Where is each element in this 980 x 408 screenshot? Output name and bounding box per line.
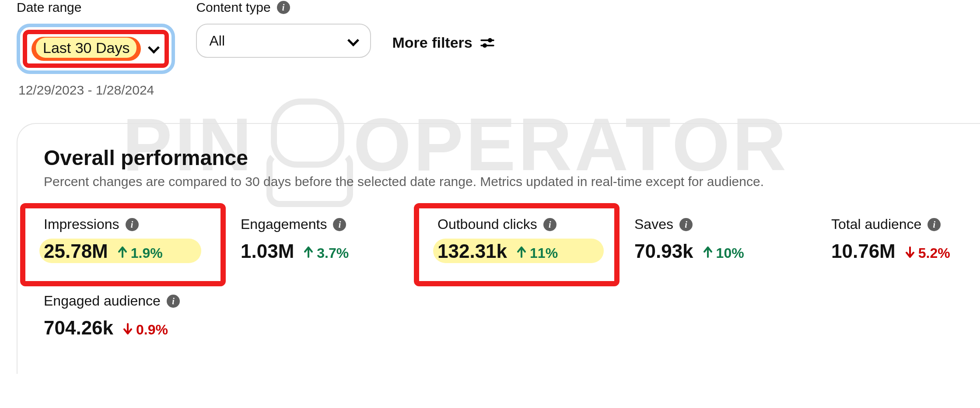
info-icon[interactable]: i xyxy=(679,218,693,231)
panel-subtitle: Percent changes are compared to 30 days … xyxy=(44,174,976,189)
metric-label: Engaged audience i xyxy=(44,293,228,309)
date-range-value: Last 30 Days xyxy=(36,38,136,58)
metric-change: 5.2% xyxy=(905,245,950,261)
metric-value-row: 1.03M 3.7% xyxy=(241,240,424,262)
content-type-filter: Content type i All xyxy=(196,0,371,58)
metric-value: 10.76M xyxy=(831,240,896,262)
overall-performance-panel: Overall performance Percent changes are … xyxy=(17,123,980,374)
info-icon[interactable]: i xyxy=(928,218,941,231)
arrow-up-icon xyxy=(703,245,713,261)
date-range-label: Date range xyxy=(17,0,175,15)
metric-value-row: 70.93k 10% xyxy=(634,240,818,262)
metric-value: 132.31k xyxy=(438,240,507,262)
metric-change: 0.9% xyxy=(123,322,168,338)
metric-engaged_audience[interactable]: Engaged audience i 704.26k 0.9% xyxy=(44,293,228,339)
metric-saves[interactable]: Saves i 70.93k 10% xyxy=(634,216,818,262)
metrics-grid: Impressions i 25.78M 1.9% Engagements i … xyxy=(44,216,976,339)
metric-label: Total audience i xyxy=(831,216,980,232)
metric-value-row: 704.26k 0.9% xyxy=(44,317,228,339)
metric-value-row: 132.31k 11% xyxy=(438,240,621,262)
metric-value: 704.26k xyxy=(44,317,113,339)
arrow-down-icon xyxy=(905,245,915,261)
metric-engagements[interactable]: Engagements i 1.03M 3.7% xyxy=(241,216,424,262)
metric-value: 25.78M xyxy=(44,240,108,262)
metric-outbound_clicks[interactable]: Outbound clicks i 132.31k 11% xyxy=(438,216,621,262)
date-range-select[interactable]: Last 30 Days xyxy=(17,24,175,74)
content-type-value: All xyxy=(209,33,225,49)
info-icon[interactable]: i xyxy=(333,218,346,231)
metric-label: Outbound clicks i xyxy=(438,216,621,232)
panel-title: Overall performance xyxy=(44,146,976,170)
content-type-label: Content type i xyxy=(196,0,371,15)
metric-value: 70.93k xyxy=(634,240,693,262)
chevron-down-icon xyxy=(148,42,158,53)
sliders-icon xyxy=(480,37,494,49)
metric-value-row: 25.78M 1.9% xyxy=(44,240,228,262)
metric-label: Engagements i xyxy=(241,216,424,232)
info-icon[interactable]: i xyxy=(277,1,290,14)
svg-point-3 xyxy=(483,43,487,48)
arrow-up-icon xyxy=(118,245,127,261)
more-filters-button[interactable]: More filters xyxy=(392,34,494,51)
arrow-up-icon xyxy=(304,245,313,261)
metric-total_audience[interactable]: Total audience i 10.76M 5.2% xyxy=(831,216,980,262)
info-icon[interactable]: i xyxy=(126,218,139,231)
metric-change: 11% xyxy=(517,245,558,261)
arrow-down-icon xyxy=(123,322,133,338)
chevron-down-icon xyxy=(347,35,358,46)
arrow-up-icon xyxy=(517,245,526,261)
content-type-select[interactable]: All xyxy=(196,24,371,58)
svg-point-2 xyxy=(488,38,492,42)
metric-change: 10% xyxy=(703,245,744,261)
filter-bar: Date range Last 30 Days 12/29/2023 - 1/2… xyxy=(0,0,980,98)
metric-change: 3.7% xyxy=(304,245,349,261)
more-filters-label: More filters xyxy=(392,34,472,51)
metric-value-row: 10.76M 5.2% xyxy=(831,240,980,262)
date-range-filter: Date range Last 30 Days 12/29/2023 - 1/2… xyxy=(17,0,175,98)
metric-value: 1.03M xyxy=(241,240,294,262)
metric-impressions[interactable]: Impressions i 25.78M 1.9% xyxy=(44,216,228,262)
info-icon[interactable]: i xyxy=(543,218,556,231)
metric-change: 1.9% xyxy=(118,245,163,261)
date-range-display: 12/29/2023 - 1/28/2024 xyxy=(18,83,175,98)
metric-label: Saves i xyxy=(634,216,818,232)
info-icon[interactable]: i xyxy=(167,295,180,308)
metric-label: Impressions i xyxy=(44,216,228,232)
